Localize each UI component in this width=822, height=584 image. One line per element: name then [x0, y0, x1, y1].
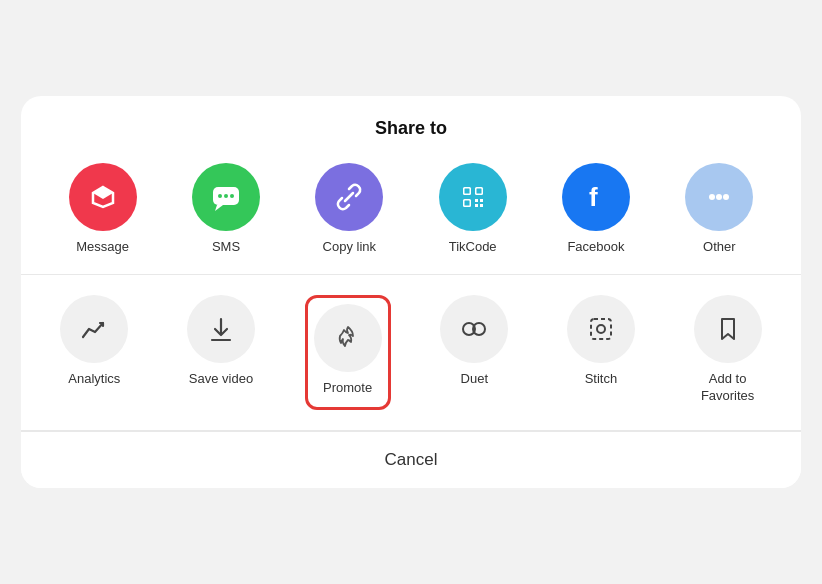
share-item-message[interactable]: Message	[58, 163, 148, 254]
duet-icon	[440, 295, 508, 363]
share-modal: Share to Message	[21, 96, 801, 488]
other-label: Other	[703, 239, 736, 254]
sms-label: SMS	[212, 239, 240, 254]
svg-rect-8	[464, 189, 469, 194]
share-item-other[interactable]: Other	[674, 163, 764, 254]
svg-point-6	[230, 194, 234, 198]
action-item-duet[interactable]: Duet	[429, 295, 519, 410]
action-item-save-video[interactable]: Save video	[176, 295, 266, 410]
action-item-add-to-favorites[interactable]: Add to Favorites	[683, 295, 773, 410]
tikcode-icon	[439, 163, 507, 231]
promote-highlight: Promote	[305, 295, 391, 410]
share-item-sms[interactable]: SMS	[181, 163, 271, 254]
action-item-stitch[interactable]: Stitch	[556, 295, 646, 410]
svg-point-19	[716, 194, 722, 200]
svg-point-20	[723, 194, 729, 200]
svg-rect-10	[476, 189, 481, 194]
add-to-favorites-label: Add to Favorites	[701, 371, 754, 405]
svg-rect-25	[591, 319, 611, 339]
svg-rect-16	[480, 204, 483, 207]
save-video-label: Save video	[189, 371, 253, 388]
facebook-icon: f	[562, 163, 630, 231]
action-item-promote[interactable]: Promote	[303, 295, 393, 410]
other-icon	[685, 163, 753, 231]
save-video-icon	[187, 295, 255, 363]
svg-marker-1	[93, 187, 113, 199]
stitch-label: Stitch	[585, 371, 618, 388]
share-row: Message SMS	[21, 155, 801, 274]
message-label: Message	[76, 239, 129, 254]
facebook-label: Facebook	[567, 239, 624, 254]
share-item-copy-link[interactable]: Copy link	[304, 163, 394, 254]
svg-rect-14	[480, 199, 483, 202]
modal-title: Share to	[21, 96, 801, 155]
share-item-tikcode[interactable]: TikCode	[428, 163, 518, 254]
duet-label: Duet	[461, 371, 488, 388]
analytics-icon	[60, 295, 128, 363]
sms-icon	[192, 163, 260, 231]
promote-icon	[314, 304, 382, 372]
svg-rect-12	[464, 201, 469, 206]
cancel-button[interactable]: Cancel	[21, 431, 801, 488]
stitch-icon	[567, 295, 635, 363]
analytics-label: Analytics	[68, 371, 120, 388]
message-icon	[69, 163, 137, 231]
share-item-facebook[interactable]: f Facebook	[551, 163, 641, 254]
svg-rect-15	[475, 204, 478, 207]
svg-marker-3	[215, 205, 223, 211]
copy-link-icon	[315, 163, 383, 231]
promote-label: Promote	[323, 380, 372, 397]
svg-point-18	[709, 194, 715, 200]
action-item-analytics[interactable]: Analytics	[49, 295, 139, 410]
action-row: Analytics Save video	[21, 275, 801, 430]
svg-point-4	[218, 194, 222, 198]
tikcode-label: TikCode	[449, 239, 497, 254]
svg-point-5	[224, 194, 228, 198]
svg-point-26	[597, 325, 605, 333]
copy-link-label: Copy link	[323, 239, 376, 254]
svg-rect-13	[475, 199, 478, 202]
svg-text:f: f	[589, 182, 598, 212]
add-to-favorites-icon	[694, 295, 762, 363]
